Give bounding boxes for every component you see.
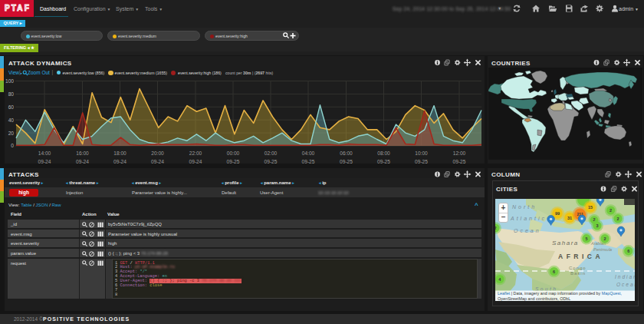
svg-text:14:00: 14:00 bbox=[38, 150, 51, 156]
svg-text:0: 0 bbox=[11, 143, 14, 148]
svg-text:20: 20 bbox=[8, 131, 15, 136]
svg-text:99: 99 bbox=[555, 211, 560, 216]
svg-text:Atlantic: Atlantic bbox=[510, 216, 547, 221]
svg-text:09-24: 09-24 bbox=[76, 159, 89, 164]
svg-text:04:00: 04:00 bbox=[302, 150, 315, 156]
svg-text:10:00: 10:00 bbox=[415, 150, 428, 156]
svg-text:16:00: 16:00 bbox=[76, 150, 89, 156]
svg-text:12:00: 12:00 bbox=[453, 150, 466, 156]
svg-text:100: 100 bbox=[5, 78, 14, 84]
svg-text:2: 2 bbox=[616, 217, 619, 221]
svg-text:09-25: 09-25 bbox=[302, 159, 315, 164]
svg-text:31: 31 bbox=[567, 216, 572, 220]
svg-text:09-25: 09-25 bbox=[264, 159, 278, 164]
svg-text:09-24: 09-24 bbox=[38, 159, 51, 164]
svg-text:Ocean: Ocean bbox=[514, 228, 541, 233]
svg-text:15: 15 bbox=[588, 205, 593, 210]
svg-text:09-24: 09-24 bbox=[151, 159, 164, 164]
svg-text:09-25: 09-25 bbox=[340, 159, 353, 164]
svg-text:Leaflet | Data, imagery and ma: Leaflet | Data, imagery and map informat… bbox=[498, 291, 623, 296]
svg-text:6: 6 bbox=[553, 269, 555, 274]
svg-text:Basin: Basin bbox=[570, 271, 586, 276]
svg-text:2: 2 bbox=[610, 208, 612, 213]
svg-text:Ocean: Ocean bbox=[616, 282, 635, 287]
svg-text:09-25: 09-25 bbox=[227, 159, 240, 164]
svg-text:18:00: 18:00 bbox=[113, 150, 127, 156]
svg-text:09-24: 09-24 bbox=[189, 159, 202, 164]
svg-text:Peninsula: Peninsula bbox=[593, 247, 612, 252]
svg-text:08:00: 08:00 bbox=[377, 150, 390, 156]
svg-text:5: 5 bbox=[585, 236, 587, 241]
svg-text:20:00: 20:00 bbox=[151, 150, 164, 156]
svg-text:09-25: 09-25 bbox=[453, 159, 466, 164]
svg-text:40: 40 bbox=[8, 117, 15, 123]
svg-text:22:00: 22:00 bbox=[189, 150, 202, 156]
svg-text:60: 60 bbox=[8, 104, 15, 110]
svg-text:AFRICA: AFRICA bbox=[558, 253, 603, 260]
svg-text:2: 2 bbox=[603, 236, 606, 241]
svg-text:06:00: 06:00 bbox=[340, 150, 353, 156]
svg-text:00:00: 00:00 bbox=[227, 150, 240, 156]
svg-text:2: 2 bbox=[495, 226, 497, 230]
svg-text:Congo: Congo bbox=[569, 266, 586, 270]
svg-text:02:00: 02:00 bbox=[264, 150, 278, 156]
svg-text:OpenStreetMap and contributors: OpenStreetMap and contributors, ODbL bbox=[498, 296, 570, 301]
svg-text:09-25: 09-25 bbox=[415, 159, 428, 164]
svg-text:Indian: Indian bbox=[615, 274, 635, 279]
svg-text:3: 3 bbox=[596, 223, 598, 228]
svg-text:Sahara: Sahara bbox=[552, 240, 579, 246]
svg-text:09-25: 09-25 bbox=[377, 159, 390, 164]
svg-text:6: 6 bbox=[627, 249, 629, 253]
svg-text:North: North bbox=[512, 204, 537, 210]
svg-text:80: 80 bbox=[8, 91, 15, 97]
svg-text:09-24: 09-24 bbox=[113, 159, 127, 164]
